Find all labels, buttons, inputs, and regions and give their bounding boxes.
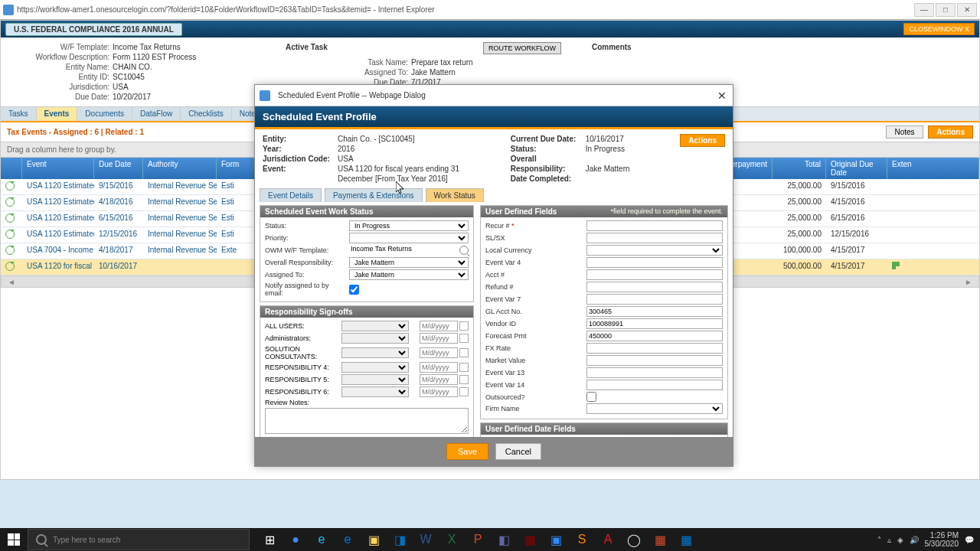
calendar-icon[interactable] — [459, 363, 469, 372]
search-icon[interactable] — [459, 246, 469, 255]
calendar-icon[interactable] — [459, 387, 469, 396]
owm-template: Income Tax Returns — [349, 245, 458, 256]
edge-icon[interactable]: e — [335, 529, 360, 550]
start-button[interactable] — [0, 528, 28, 551]
tab-tasks[interactable]: Tasks — [1, 107, 37, 121]
refresh-icon[interactable] — [5, 197, 15, 207]
udf-select[interactable] — [586, 403, 723, 414]
signoff-date[interactable] — [420, 374, 458, 385]
udd-header: User Defined Date Fields — [481, 423, 727, 435]
signoff-date[interactable] — [420, 386, 458, 397]
word-icon[interactable]: W — [413, 529, 438, 550]
udf-input[interactable] — [586, 233, 723, 243]
calendar-icon[interactable] — [459, 321, 469, 331]
udf-input[interactable] — [586, 318, 723, 329]
udf-input[interactable] — [586, 306, 723, 317]
windows-taskbar: Type here to search ⊞ ● e e ▣ ◨ W X P ◧ … — [0, 528, 980, 551]
refresh-icon[interactable] — [5, 214, 15, 223]
modal-tab-payments-&-extensions[interactable]: Payments & Extensions — [325, 188, 423, 202]
app-icon[interactable]: ▦ — [518, 529, 542, 550]
dialog-actions-button[interactable]: Actions — [680, 134, 725, 147]
udf-input[interactable] — [586, 380, 723, 390]
signoff-select[interactable] — [341, 362, 409, 373]
outlook-icon[interactable]: ◨ — [387, 529, 412, 550]
close-button[interactable]: ✕ — [957, 3, 977, 17]
refresh-icon[interactable] — [5, 262, 15, 271]
teams-icon[interactable]: ◧ — [492, 529, 516, 550]
udf-input[interactable] — [586, 257, 723, 268]
app4-icon[interactable]: ▦ — [648, 529, 672, 550]
excel-icon[interactable]: X — [439, 529, 464, 550]
flag-icon — [892, 262, 900, 269]
udf-input[interactable] — [586, 220, 723, 231]
responsibility-select[interactable]: Jake Mattern — [349, 257, 469, 268]
refresh-icon[interactable] — [5, 246, 15, 255]
priority-select[interactable] — [349, 233, 469, 243]
notification-icon[interactable]: 💬 — [965, 536, 974, 544]
calc-icon[interactable]: ▦ — [674, 529, 698, 550]
actions-button[interactable]: Actions — [928, 126, 973, 139]
tab-events[interactable]: Events — [37, 107, 78, 121]
cancel-button[interactable]: Cancel — [495, 443, 541, 460]
tray-chevron-icon[interactable]: ˄ — [877, 536, 881, 544]
taskbar-search[interactable]: Type here to search — [28, 529, 250, 550]
zoom-icon[interactable]: ▣ — [544, 529, 568, 550]
dialog-banner: Scheduled Event Profile — [255, 106, 733, 127]
modal-tab-work-status[interactable]: Work Status — [426, 188, 484, 202]
app3-icon[interactable]: ◯ — [622, 529, 646, 550]
udf-input[interactable] — [586, 282, 723, 292]
signoff-date[interactable] — [420, 362, 458, 373]
udf-input[interactable] — [586, 367, 723, 378]
maximize-button[interactable]: □ — [936, 3, 956, 17]
tray-network-icon[interactable]: ▵ — [887, 536, 891, 544]
calendar-icon[interactable] — [459, 375, 469, 384]
task-view-icon[interactable]: ⊞ — [257, 529, 282, 550]
udf-input[interactable] — [586, 269, 723, 280]
taskbar-clock[interactable]: 1:26 PM5/30/2020 — [925, 531, 959, 548]
tab-checklists[interactable]: Checklists — [181, 107, 232, 121]
search-icon — [36, 534, 47, 545]
signoff-date[interactable] — [420, 333, 458, 344]
signoff-select[interactable] — [341, 386, 409, 397]
dialog-close-button[interactable]: ✕ — [716, 90, 728, 102]
udf-input[interactable] — [586, 343, 723, 354]
pdf-icon[interactable]: A — [596, 529, 620, 550]
chrome-icon[interactable]: ● — [283, 529, 308, 550]
review-notes[interactable] — [265, 408, 469, 434]
refresh-icon[interactable] — [5, 181, 15, 191]
tray-wifi-icon[interactable]: ◈ — [897, 536, 903, 544]
route-workflow-button[interactable]: ROUTE WORKFLOW — [483, 42, 561, 54]
refresh-icon[interactable] — [5, 230, 15, 239]
signoff-select[interactable] — [341, 374, 409, 385]
signoff-date[interactable] — [420, 321, 458, 331]
save-button[interactable]: Save — [446, 443, 488, 460]
ie-icon[interactable]: e — [309, 529, 334, 550]
dialog-info-right: Current Due Date:10/16/2017 Status:In Pr… — [511, 134, 630, 184]
powerpoint-icon[interactable]: P — [466, 529, 490, 550]
udf-select[interactable] — [586, 245, 723, 256]
app2-icon[interactable]: S — [570, 529, 594, 550]
minimize-button[interactable]: — — [914, 3, 934, 17]
calendar-icon[interactable] — [459, 348, 469, 357]
udf-input[interactable] — [586, 331, 723, 341]
signoff-date[interactable] — [420, 347, 458, 358]
status-select[interactable]: In Progress — [349, 220, 469, 231]
notify-checkbox[interactable] — [349, 285, 359, 295]
tab-dataflow[interactable]: DataFlow — [132, 107, 181, 121]
signoff-select[interactable] — [341, 333, 409, 344]
page-title-tab: U.S. FEDERAL COMPLIANCE 2016 ANNUAL — [5, 23, 182, 36]
calendar-icon[interactable] — [459, 334, 469, 343]
app-topbar: U.S. FEDERAL COMPLIANCE 2016 ANNUAL CLOS… — [1, 21, 979, 37]
notes-button[interactable]: Notes — [886, 126, 923, 139]
tray-volume-icon[interactable]: 🔊 — [910, 536, 919, 544]
signoff-select[interactable] — [341, 321, 409, 331]
explorer-icon[interactable]: ▣ — [361, 529, 386, 550]
udf-input[interactable] — [586, 294, 723, 305]
udf-checkbox[interactable] — [586, 392, 596, 402]
assigned-to-select[interactable]: Jake Mattern — [349, 269, 469, 280]
udf-input[interactable] — [586, 355, 723, 366]
tab-documents[interactable]: Documents — [77, 107, 132, 121]
close-window-button[interactable]: CLOSEWINDOW X — [903, 23, 975, 35]
signoff-select[interactable] — [341, 347, 409, 358]
modal-tab-event-details[interactable]: Event Details — [260, 188, 322, 202]
